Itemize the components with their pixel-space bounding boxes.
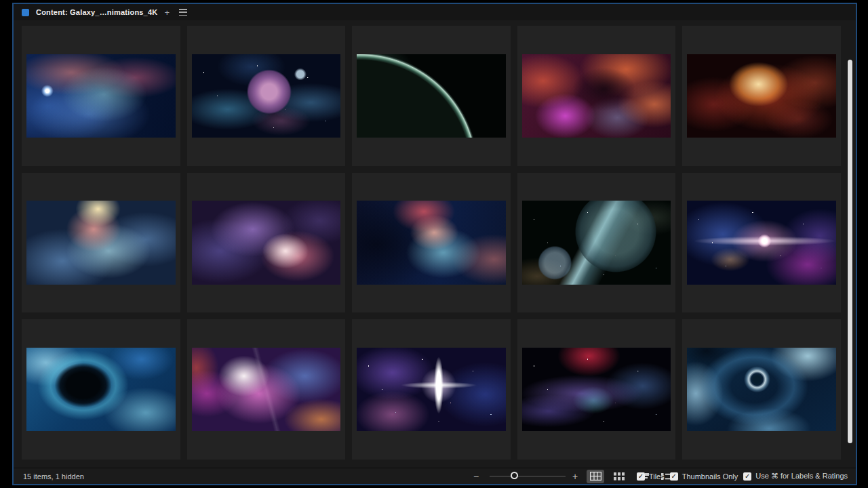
panel-tab-bar: Content: Galaxy_…nimations_4K + [14, 4, 856, 20]
grid-item[interactable] [682, 26, 841, 166]
galaxy-clip-4-thumbnail[interactable] [522, 54, 671, 138]
grid-item[interactable] [187, 319, 346, 460]
grid-icon [614, 472, 625, 481]
panel-menu-icon[interactable] [179, 9, 187, 16]
grid-item[interactable] [22, 26, 180, 166]
galaxy-clip-5-thumbnail[interactable] [687, 54, 836, 138]
grid-item[interactable] [517, 173, 676, 313]
grid-item[interactable] [187, 173, 346, 313]
galaxy-clip-8-thumbnail[interactable] [357, 201, 506, 285]
galaxy-clip-7-thumbnail[interactable] [192, 201, 341, 285]
display-option-checkboxes: ✓ Tiles ✓ Thumbnails Only ✓ Use ⌘ for La… [637, 472, 848, 481]
content-area [14, 20, 856, 468]
vertical-scrollbar[interactable] [848, 60, 852, 443]
tiles-grid-icon [590, 472, 601, 481]
slider-knob[interactable] [511, 472, 518, 479]
content-panel: Content: Galaxy_…nimations_4K + 15 items… [12, 3, 857, 485]
zoom-out-button[interactable]: − [473, 472, 479, 481]
galaxy-clip-15-thumbnail[interactable] [687, 348, 836, 432]
grid-item[interactable] [352, 319, 511, 460]
galaxy-clip-2-thumbnail[interactable] [192, 54, 341, 138]
grid-item[interactable] [682, 173, 841, 313]
zoom-in-button[interactable]: + [572, 472, 578, 481]
galaxy-clip-13-thumbnail[interactable] [357, 348, 506, 432]
grid-item[interactable] [352, 26, 511, 166]
thumbnails-only-checkbox-label: Thumbnails Only [682, 472, 738, 481]
grid-item[interactable] [22, 173, 180, 313]
thumbnail-size-slider[interactable] [490, 476, 566, 476]
galaxy-clip-3-thumbnail[interactable] [357, 54, 506, 138]
grid-item[interactable] [352, 173, 511, 313]
content-grid [22, 26, 841, 460]
use-cmd-labels-ratings-checkbox[interactable]: ✓ Use ⌘ for Labels & Ratings [743, 472, 848, 481]
use-cmd-labels-ratings-checkbox-label: Use ⌘ for Labels & Ratings [755, 472, 848, 481]
galaxy-clip-1-thumbnail[interactable] [26, 54, 176, 138]
checkbox-checked-icon[interactable]: ✓ [743, 472, 751, 481]
content-tab-title[interactable]: Content: Galaxy_…nimations_4K [36, 8, 157, 16]
tiles-checkbox[interactable]: ✓ Tiles [637, 472, 665, 481]
panel-blue-square-icon [22, 9, 29, 16]
galaxy-clip-11-thumbnail[interactable] [26, 348, 176, 432]
galaxy-clip-10-thumbnail[interactable] [687, 201, 836, 285]
galaxy-clip-6-thumbnail[interactable] [26, 201, 176, 285]
galaxy-clip-9-thumbnail[interactable] [522, 201, 671, 285]
grid-item[interactable] [517, 26, 676, 166]
tiles-grid-view-button[interactable] [587, 470, 604, 483]
grid-item[interactable] [187, 26, 346, 166]
galaxy-clip-12-thumbnail[interactable] [192, 348, 341, 432]
items-count-text: 15 items, 1 hidden [23, 472, 84, 481]
add-tab-button[interactable]: + [164, 7, 170, 18]
checkbox-checked-icon[interactable]: ✓ [637, 472, 645, 481]
tiles-checkbox-label: Tiles [649, 472, 665, 481]
checkbox-checked-icon[interactable]: ✓ [670, 472, 678, 481]
galaxy-clip-14-thumbnail[interactable] [522, 348, 671, 432]
thumbnails-only-checkbox[interactable]: ✓ Thumbnails Only [670, 472, 738, 481]
status-bar: 15 items, 1 hidden − + [14, 468, 856, 484]
grid-item[interactable] [682, 319, 841, 460]
grid-item[interactable] [22, 319, 180, 460]
grid-item[interactable] [517, 319, 676, 460]
grid-view-button[interactable] [610, 470, 628, 483]
